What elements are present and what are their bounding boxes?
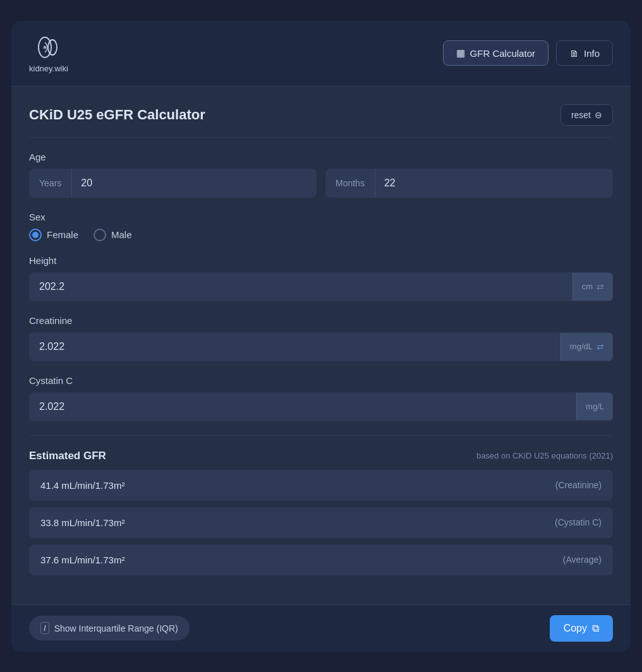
iqr-text-icon: I (40, 622, 49, 634)
copy-label: Copy (564, 623, 587, 634)
results-section: Estimated GFR based on CKiD U25 equation… (29, 450, 613, 575)
header-buttons: ▦ GFR Calculator 🗎 Info (443, 40, 613, 66)
app-container: kidney.wiki ▦ GFR Calculator 🗎 Info CKiD… (11, 21, 631, 652)
copy-icon: ⧉ (592, 623, 599, 634)
female-radio-circle (29, 229, 42, 241)
gfr-calculator-label: GFR Calculator (470, 48, 535, 59)
calculator-icon: ▦ (456, 47, 465, 59)
reset-button[interactable]: reset ⊖ (560, 104, 613, 126)
female-label: Female (47, 229, 78, 240)
creatinine-label: Creatinine (29, 315, 613, 326)
height-unit-badge: cm ⇄ (572, 273, 613, 301)
reset-label: reset (571, 110, 591, 120)
cystatin-unit: mg/L (586, 402, 604, 411)
results-subtitle: based on CKiD U25 equations (2021) (476, 451, 613, 460)
copy-button[interactable]: Copy ⧉ (550, 615, 613, 642)
cystatin-section: Cystatin C mg/L (29, 375, 613, 421)
months-input[interactable] (375, 169, 613, 198)
results-header: Estimated GFR based on CKiD U25 equation… (29, 450, 613, 462)
info-button[interactable]: 🗎 Info (556, 40, 613, 66)
years-field: Years (29, 169, 317, 198)
gfr-calculator-button[interactable]: ▦ GFR Calculator (443, 40, 548, 66)
creatinine-section: Creatinine mg/dL ⇄ (29, 315, 613, 361)
svg-point-2 (43, 45, 46, 49)
results-title: Estimated GFR (29, 450, 106, 462)
cystatin-result-row: 33.8 mL/min/1.73m² (Cystatin C) (29, 507, 613, 538)
cystatin-unit-badge: mg/L (576, 393, 613, 420)
height-section: Height cm ⇄ (29, 255, 613, 301)
female-radio-dot (32, 232, 39, 238)
bottom-bar: I Show Interquartile Range (IQR) Copy ⧉ (11, 604, 631, 652)
logo-area: kidney.wiki (29, 33, 68, 73)
cystatin-result-value: 33.8 mL/min/1.73m² (40, 517, 124, 528)
sex-label: Sex (29, 212, 613, 222)
creatinine-result-row: 41.4 mL/min/1.73m² (Creatinine) (29, 470, 613, 501)
kidney-logo-icon (35, 33, 63, 61)
cystatin-input-container: mg/L (29, 392, 613, 421)
height-input[interactable] (29, 272, 572, 301)
female-option[interactable]: Female (29, 229, 78, 241)
male-option[interactable]: Male (94, 229, 132, 241)
sex-section: Sex Female Male (29, 212, 613, 241)
months-label: Months (325, 169, 375, 198)
calculator-title-row: CKiD U25 eGFR Calculator reset ⊖ (29, 104, 613, 126)
header: kidney.wiki ▦ GFR Calculator 🗎 Info (11, 21, 631, 87)
creatinine-unit: mg/dL (570, 342, 593, 351)
height-input-container: cm ⇄ (29, 272, 613, 301)
reset-icon: ⊖ (595, 110, 602, 120)
info-button-label: Info (584, 48, 600, 59)
years-label: Years (29, 169, 72, 198)
svg-point-1 (48, 40, 57, 55)
cystatin-label: Cystatin C (29, 375, 613, 386)
years-input[interactable] (72, 169, 317, 198)
iqr-label: Show Interquartile Range (IQR) (54, 623, 178, 633)
show-iqr-button[interactable]: I Show Interquartile Range (IQR) (29, 616, 190, 640)
title-divider (29, 137, 613, 138)
height-swap-icon[interactable]: ⇄ (597, 282, 604, 292)
creatinine-swap-icon[interactable]: ⇄ (597, 342, 604, 352)
height-unit: cm (582, 282, 593, 291)
male-label: Male (111, 229, 132, 240)
creatinine-result-value: 41.4 mL/min/1.73m² (40, 480, 124, 491)
creatinine-input-container: mg/dL ⇄ (29, 332, 613, 361)
months-field: Months (325, 169, 613, 198)
creatinine-input[interactable] (29, 332, 560, 361)
height-label: Height (29, 255, 613, 266)
cystatin-input[interactable] (29, 392, 576, 421)
male-radio-circle (94, 229, 106, 241)
info-doc-icon: 🗎 (569, 48, 579, 59)
age-label: Age (29, 152, 613, 162)
average-result-row: 37.6 mL/min/1.73m² (Average) (29, 544, 613, 575)
main-content: CKiD U25 eGFR Calculator reset ⊖ Age Yea… (11, 87, 631, 604)
cystatin-result-label: (Cystatin C) (555, 517, 602, 527)
age-section: Age Years Months (29, 152, 613, 198)
creatinine-result-label: (Creatinine) (555, 480, 602, 490)
average-result-value: 37.6 mL/min/1.73m² (40, 555, 124, 565)
calculator-title: CKiD U25 eGFR Calculator (29, 107, 205, 123)
sex-row: Female Male (29, 229, 613, 241)
age-row: Years Months (29, 169, 613, 198)
logo-text: kidney.wiki (29, 64, 68, 73)
average-result-label: (Average) (563, 555, 602, 565)
creatinine-unit-badge: mg/dL ⇄ (560, 333, 613, 361)
results-divider (29, 435, 613, 436)
